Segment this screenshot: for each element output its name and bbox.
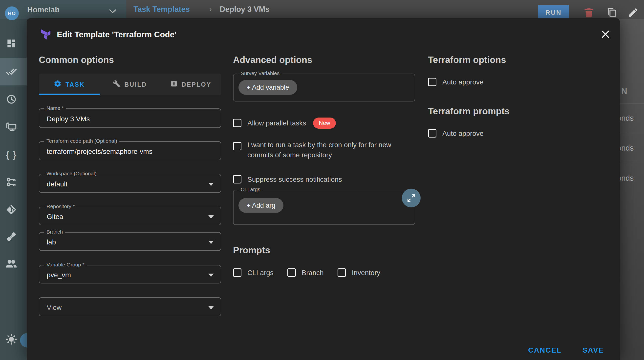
dropdown-arrow-icon: [208, 241, 214, 244]
sidebar-item-history[interactable]: [6, 94, 17, 106]
table-divider: [617, 133, 644, 133]
terraform-prompt-auto-approve-row: Auto approve: [428, 128, 606, 139]
terraform-code-path-value: terraform/projects/semaphore-vms: [47, 148, 152, 156]
sidebar-item-variable-groups[interactable]: { }: [6, 149, 17, 161]
template-type-tabs: TASK BUILD DEPLOY: [39, 74, 221, 95]
branch-select[interactable]: Branch lab: [39, 232, 221, 251]
keys-icon: [6, 177, 17, 189]
wrench-icon: [113, 80, 120, 89]
new-badge: New: [313, 117, 336, 129]
suppress-notifications-checkbox[interactable]: [233, 175, 242, 183]
variable-group-select-value: pve_vm: [47, 271, 71, 279]
sidebar-item-inventory[interactable]: [6, 121, 17, 133]
tab-build[interactable]: BUILD: [100, 74, 160, 95]
app-screen: { }: [0, 0, 644, 360]
cron-new-commits-checkbox[interactable]: [233, 142, 242, 150]
dropdown-arrow-icon: [208, 183, 214, 186]
tab-task[interactable]: TASK: [39, 74, 100, 95]
allow-parallel-tasks-row: Allow parallel tasks New: [233, 117, 415, 129]
sidebar-item-dashboard[interactable]: [6, 38, 17, 50]
terraform-options-column: Terraform options Auto approve Terraform…: [428, 54, 606, 139]
repository-select[interactable]: Repository * Gitea: [39, 207, 221, 225]
terraform-auto-approve-label: Auto approve: [442, 77, 484, 87]
sidebar-item-repositories[interactable]: [6, 204, 17, 216]
terraform-options-heading: Terraform options: [428, 54, 606, 66]
run-button[interactable]: RUN: [538, 5, 569, 20]
close-icon[interactable]: [600, 29, 611, 40]
workspace-switcher[interactable]: HO Homelab: [0, 0, 126, 19]
prompts-heading: Prompts: [233, 245, 415, 256]
sidebar-theme-toggle[interactable]: [6, 334, 17, 346]
prompt-branch-label: Branch: [302, 268, 324, 278]
workspace-select-label: Workspace (Optional): [44, 171, 99, 177]
workspace-select[interactable]: Workspace (Optional) default: [39, 174, 221, 193]
copy-icon[interactable]: [606, 7, 618, 18]
deploy-upload-icon: [170, 80, 178, 89]
table-header-fragment: N: [621, 86, 627, 96]
delete-trash-icon[interactable]: [583, 7, 594, 18]
variable-group-select-label: Variable Group *: [44, 262, 87, 268]
expand-editor-button[interactable]: [402, 189, 420, 207]
dashboard-icon: [6, 38, 16, 50]
dialog-title: Edit Template 'Terraform Code': [57, 30, 176, 39]
tab-build-label: BUILD: [124, 81, 147, 88]
variable-group-select[interactable]: Variable Group * pve_vm: [39, 265, 221, 284]
save-button[interactable]: SAVE: [582, 346, 604, 354]
prompt-branch-checkbox[interactable]: [288, 268, 296, 277]
workspace-select-value: default: [47, 180, 68, 188]
table-divider: [617, 103, 644, 103]
repository-select-value: Gitea: [47, 213, 63, 221]
allow-parallel-tasks-checkbox[interactable]: [233, 119, 242, 127]
tab-deploy[interactable]: DEPLOY: [160, 74, 221, 95]
view-select-placeholder: View: [47, 304, 62, 312]
terraform-prompt-auto-approve-checkbox[interactable]: [428, 129, 436, 138]
terraform-logo-icon: [40, 28, 52, 42]
suppress-notifications-label: Suppress success notifications: [247, 174, 342, 184]
edit-pencil-icon[interactable]: [628, 7, 639, 18]
gear-icon: [54, 80, 62, 89]
sidebar-item-integrations[interactable]: [6, 231, 17, 243]
branch-select-label: Branch: [44, 229, 65, 235]
terraform-code-path-field[interactable]: Terraform code path (Optional) terraform…: [39, 141, 221, 160]
branch-select-value: lab: [47, 238, 56, 246]
add-variable-button[interactable]: + Add variable: [238, 80, 297, 95]
tasks-check-icon: [6, 66, 17, 78]
cron-new-commits-row: I want to run a task by the cron only fo…: [233, 140, 415, 163]
terraform-prompt-auto-approve-label: Auto approve: [442, 128, 484, 138]
team-icon: [6, 259, 17, 271]
terraform-code-path-label: Terraform code path (Optional): [44, 138, 119, 144]
survey-variables-box: Survey Variables + Add variable: [233, 74, 415, 101]
prompt-cli-args-checkbox[interactable]: [233, 268, 242, 277]
common-options-heading: Common options: [39, 54, 221, 66]
breadcrumb-parent-link[interactable]: Task Templates: [134, 5, 190, 14]
view-select[interactable]: View: [39, 297, 221, 316]
dropdown-arrow-icon: [208, 274, 214, 277]
sidebar-item-key-store[interactable]: [6, 177, 17, 189]
workspace-avatar: HO: [5, 6, 19, 20]
add-arg-button[interactable]: + Add arg: [238, 198, 284, 213]
allow-parallel-tasks-label: Allow parallel tasks: [247, 118, 306, 128]
survey-variables-label: Survey Variables: [238, 70, 282, 76]
sidebar-item-task-templates[interactable]: [6, 66, 17, 78]
cancel-button[interactable]: CANCEL: [528, 346, 562, 354]
name-field[interactable]: Name * Deploy 3 VMs: [39, 108, 221, 128]
cli-args-label: CLI args: [238, 186, 262, 192]
integrations-plug-icon: [6, 231, 17, 244]
variables-braces-icon: { }: [6, 150, 17, 160]
prompts-row: CLI args Branch Inventory: [233, 267, 415, 278]
name-field-value: Deploy 3 VMs: [47, 115, 90, 123]
active-tab-indicator: [39, 94, 100, 95]
prompt-cli-args: CLI args: [233, 267, 274, 278]
prompt-inventory-checkbox[interactable]: [338, 268, 346, 277]
dropdown-arrow-icon: [208, 215, 214, 219]
cron-new-commits-label: I want to run a task by the cron only fo…: [247, 140, 414, 160]
repositories-git-icon: [6, 204, 17, 216]
sidebar-item-team[interactable]: [6, 259, 17, 271]
suppress-notifications-row: Suppress success notifications: [233, 174, 415, 185]
terraform-auto-approve-row: Auto approve: [428, 76, 606, 87]
terraform-auto-approve-checkbox[interactable]: [428, 78, 436, 86]
advanced-options-column: Advanced options Survey Variables + Add …: [233, 54, 415, 278]
name-field-label: Name *: [44, 105, 66, 111]
breadcrumb-separator: ›: [209, 5, 212, 14]
advanced-options-heading: Advanced options: [233, 54, 415, 66]
